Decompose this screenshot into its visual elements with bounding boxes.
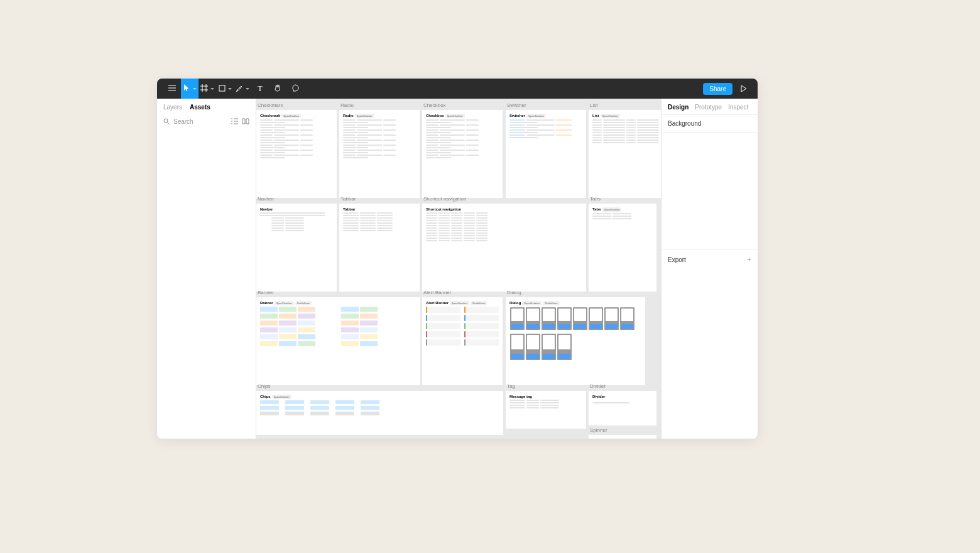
cursor-icon (183, 84, 190, 93)
play-icon (741, 83, 747, 94)
badge-spec: Specification (522, 301, 542, 305)
svg-point-1 (164, 119, 168, 123)
frame-divider[interactable]: DividerDivider (589, 391, 656, 425)
badge-spec: Specification (281, 114, 301, 118)
search-icon (163, 116, 170, 127)
frame-label: Tabbar (340, 196, 356, 202)
tab-assets[interactable]: Assets (190, 104, 210, 111)
frame-body (256, 119, 337, 163)
frame-body (422, 212, 586, 246)
frame-alertbanner[interactable]: Alert BannerAlert BannerSpecificationGui… (422, 297, 503, 385)
menu-button[interactable] (163, 79, 181, 99)
comment-tool[interactable] (286, 79, 304, 99)
frame-body (589, 213, 656, 224)
list-view-icon[interactable] (231, 116, 238, 127)
frame-label: Dialog (507, 290, 521, 295)
frame-banner[interactable]: BannerBannerSpecificationGuidelines (256, 297, 420, 385)
search-input[interactable] (173, 118, 227, 125)
left-panel: Layers Assets (157, 99, 256, 439)
frame-label: Banner (258, 290, 274, 295)
comment-icon (291, 84, 299, 93)
frame-label: Radio (340, 102, 354, 108)
pen-icon (236, 84, 243, 93)
frame-title: Alert BannerSpecificationGuidelines (422, 297, 503, 307)
frame-icon (200, 84, 208, 93)
frame-body (506, 119, 586, 143)
tab-design[interactable]: Design (668, 104, 689, 111)
frame-body (256, 400, 503, 421)
frame-label: List (590, 102, 597, 108)
frame-body (256, 212, 337, 236)
frame-label: Spinner (590, 427, 607, 433)
frame-label: Shortcut navigation (423, 196, 467, 202)
pen-tool[interactable] (234, 79, 251, 99)
frame-body (506, 307, 645, 364)
badge-spec: Specification (450, 301, 469, 305)
hand-tool[interactable] (269, 79, 286, 99)
frame-list[interactable]: ListListSpecification (589, 110, 661, 198)
badge-spec: Specification (602, 207, 622, 212)
rectangle-icon (219, 85, 226, 93)
frame-spinner[interactable]: Spinner (589, 435, 656, 439)
frame-label: Alert Banner (423, 290, 451, 295)
frame-tabs[interactable]: TabsTabsSpecification (589, 204, 656, 292)
text-tool[interactable]: T (251, 79, 269, 99)
badge-spec: Specification (445, 114, 465, 118)
svg-rect-0 (219, 85, 225, 91)
frame-tabbar[interactable]: TabbarTabbar (339, 204, 420, 292)
tab-inspect[interactable]: Inspect (728, 104, 748, 111)
badge-spec: Specification (275, 301, 294, 305)
frame-chips[interactable]: ChipsChipsSpecification (256, 391, 503, 435)
frame-label: Checkbox (423, 102, 446, 108)
frame-title: Tabbar (339, 204, 420, 212)
badge-guide: Guidelines (471, 301, 487, 305)
badge-spec: Specification (526, 114, 546, 118)
frame-checkmark[interactable]: CheckmarkCheckmarkSpecification (256, 110, 337, 198)
frame-body (506, 400, 586, 413)
text-icon: T (258, 84, 262, 94)
frame-radio[interactable]: RadioRadioSpecification (339, 110, 420, 198)
frame-title: BannerSpecificationGuidelines (256, 297, 420, 307)
shape-tool[interactable] (216, 79, 234, 99)
frame-title: SwitcherSpecification (506, 110, 586, 119)
top-toolbar: T Share (157, 79, 758, 99)
frame-switcher[interactable]: SwitcherSwitcherSpecification (506, 110, 586, 198)
search-row (157, 113, 256, 129)
frame-title: TabsSpecification (589, 204, 656, 213)
background-section[interactable]: Background (662, 115, 758, 133)
add-export-icon[interactable]: + (747, 255, 751, 264)
frame-title: DialogSpecificationGuidelines (506, 297, 645, 307)
hand-icon (274, 84, 281, 93)
frame-body (589, 435, 656, 439)
tab-prototype[interactable]: Prototype (695, 104, 722, 111)
frame-checkbox[interactable]: CheckboxCheckboxSpecification (422, 110, 503, 198)
tab-layers[interactable]: Layers (163, 104, 182, 111)
share-button[interactable]: Share (703, 83, 732, 95)
badge-spec: Specification (272, 395, 291, 399)
frame-label: Tag (507, 383, 515, 389)
frame-tag[interactable]: TagMessage tag (506, 391, 586, 429)
frame-title: Divider (589, 391, 656, 400)
frame-label: Checkmark (258, 102, 283, 108)
badge-spec: Specification (355, 114, 374, 118)
frame-dialog[interactable]: DialogDialogSpecificationGuidelines (506, 297, 645, 385)
move-tool[interactable] (181, 79, 199, 99)
frame-body (422, 119, 503, 163)
canvas[interactable]: CheckmarkCheckmarkSpecificationRadioRadi… (256, 99, 661, 439)
frame-body (256, 307, 420, 352)
export-section[interactable]: Export + (662, 249, 758, 269)
frame-tool[interactable] (199, 79, 216, 99)
right-panel: Design Prototype Inspect Background Expo… (661, 99, 758, 439)
badge-guide: Guidelines (295, 301, 312, 305)
badge-guide: Guidelines (543, 301, 559, 305)
figma-window: T Share Layers Assets Checkma (157, 79, 758, 439)
library-icon[interactable] (242, 116, 249, 127)
frame-label: Divider (590, 383, 606, 389)
content-area: Layers Assets CheckmarkCheckmarkSpecific… (157, 99, 758, 439)
present-button[interactable] (736, 81, 751, 96)
frame-body (422, 307, 503, 351)
frame-navbar[interactable]: NavbarNavbar (256, 204, 337, 292)
frame-shortcut[interactable]: Shortcut navigationShortcut navigation (422, 204, 586, 292)
right-panel-tabs: Design Prototype Inspect (662, 99, 758, 115)
frame-body (339, 119, 420, 163)
